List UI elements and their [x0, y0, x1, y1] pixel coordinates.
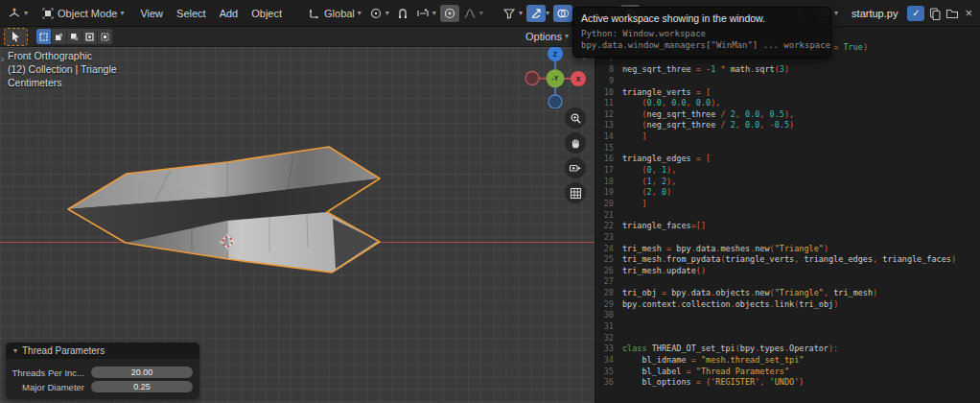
show-gizmo-toggle[interactable] — [526, 5, 546, 22]
code-line[interactable]: 19 (2, 0) — [595, 187, 980, 199]
code-text: tri_mesh.update() — [622, 266, 706, 277]
code-line[interactable]: 32 — [595, 333, 980, 344]
panel-header[interactable]: ▾ Thread Parameters — [6, 343, 199, 359]
pivot-point-select[interactable]: ▾ — [365, 5, 393, 22]
line-number: 26 — [595, 266, 614, 277]
tooltip-title: Active workspace showing in the window. — [581, 12, 823, 24]
pan-button[interactable] — [565, 132, 586, 154]
line-number: 28 — [595, 288, 614, 299]
menu-view[interactable]: View — [133, 5, 170, 22]
text-editor[interactable]: 6 bpy.data.objects.remove(obj, do_unlink… — [595, 27, 980, 403]
folder-open-button[interactable] — [945, 7, 959, 20]
gizmo-neg-x-ball[interactable] — [525, 72, 539, 85]
code-line[interactable]: 31 — [595, 321, 980, 333]
code-text: (0.0, 0.0, 0.0), — [622, 98, 720, 109]
select-mode-extend[interactable] — [52, 29, 67, 44]
check-icon: ✓ — [912, 8, 920, 18]
orientation-label: Global — [324, 8, 355, 19]
object-mode-icon — [41, 7, 55, 20]
overlays-icon — [556, 7, 570, 20]
pivot-point-icon — [369, 7, 383, 20]
code-line[interactable]: 14 ] — [595, 131, 980, 143]
toolbar-expand-icon[interactable]: › — [1, 54, 4, 64]
editor-type-button[interactable]: ▾ — [4, 5, 32, 22]
viewport-3d[interactable]: › ‹ Front Orthographic (12) Collection |… — [0, 47, 595, 403]
gizmo-neg-z-ball[interactable] — [548, 95, 562, 108]
code-line[interactable]: 20 ] — [595, 199, 980, 210]
proportional-editing-icon — [443, 7, 456, 20]
show-overlays-toggle[interactable] — [553, 5, 572, 22]
object-visibility-select[interactable]: ▾ — [499, 5, 526, 22]
code-line[interactable]: 33class THREAD_OT_set_tpi(bpy.types.Oper… — [595, 344, 980, 355]
text-name-field[interactable]: startup.py — [846, 8, 903, 19]
code-text: bl_label = "Thread Parameters" — [622, 367, 789, 378]
chevron-down-icon: ▾ — [432, 10, 436, 17]
camera-view-button[interactable] — [565, 157, 586, 178]
proportional-falloff-select[interactable]: ▾ — [459, 5, 487, 22]
select-set-icon — [39, 33, 48, 41]
code-line[interactable]: 12 (neg_sqrt_three / 2, 0.0, 0.5), — [595, 109, 980, 121]
code-line[interactable]: 11 (0.0, 0.0, 0.0), — [595, 98, 980, 109]
mode-select[interactable]: Object Mode ▾ — [37, 5, 128, 22]
code-text: triangle_edges = [ — [622, 154, 711, 165]
code-line[interactable]: 36 bl_options = {'REGISTER', 'UNDO'} — [595, 377, 980, 389]
value-slider[interactable]: 20.00 — [91, 367, 193, 378]
select-mode-intersect[interactable] — [98, 29, 113, 44]
line-number: 33 — [595, 344, 614, 355]
line-number: 18 — [595, 177, 614, 188]
code-line[interactable]: 8neg_sqrt_three = -1 * math.sqrt(3) — [595, 64, 980, 76]
line-number: 20 — [595, 199, 614, 210]
code-line[interactable]: 29bpy.context.collection.objects.link(tr… — [595, 299, 980, 311]
blender-window: ▾ Object Mode ▾ View Select Add Object G… — [0, 0, 980, 403]
copy-page-button[interactable] — [928, 7, 942, 20]
code-line[interactable]: 22triangle_faces=[] — [595, 221, 980, 232]
select-mode-set[interactable] — [36, 29, 52, 44]
active-tool-select-box[interactable] — [5, 29, 27, 45]
select-mode-subtract[interactable] — [67, 29, 82, 44]
code-line[interactable]: 21 — [595, 210, 980, 222]
code-line[interactable]: 15 — [595, 143, 980, 154]
code-line[interactable]: 30 — [595, 310, 980, 321]
code-line[interactable]: 27 — [595, 276, 980, 288]
shield-check-button[interactable]: ✓ — [907, 6, 924, 21]
perspective-toggle-button[interactable] — [565, 182, 586, 203]
zoom-button[interactable] — [565, 107, 586, 129]
code-line[interactable]: 13 (neg_sqrt_three / 2, 0.0, -0.5) — [595, 120, 980, 131]
line-number: 8 — [595, 64, 614, 76]
code-line[interactable]: 9 — [595, 76, 980, 87]
code-line[interactable]: 26tri_mesh.update() — [595, 266, 980, 277]
chevron-down-icon[interactable]: ▾ — [546, 10, 549, 17]
line-number: 27 — [595, 276, 614, 288]
select-mode-group — [36, 29, 113, 44]
code-line[interactable]: 34 bl_idname = "mesh.thread_set_tpi" — [595, 355, 980, 367]
snap-with-select[interactable]: ▾ — [412, 5, 440, 22]
line-number: 34 — [595, 355, 614, 367]
code-line[interactable]: 17 (0, 1), — [595, 165, 980, 177]
code-line[interactable]: 35 bl_label = "Thread Parameters" — [595, 367, 980, 378]
code-line[interactable]: 25tri_mesh.from_pydata(triangle_verts, t… — [595, 254, 980, 266]
transform-orientation-select[interactable]: Global ▾ — [304, 5, 365, 22]
select-mode-invert[interactable] — [82, 29, 98, 44]
falloff-curve-icon — [463, 7, 477, 20]
menu-add[interactable]: Add — [213, 5, 245, 22]
line-number: 24 — [595, 244, 614, 255]
chevron-down-icon: ▾ — [565, 33, 569, 40]
viewport-text-overlay: Front Orthographic (12) Collection | Tri… — [8, 49, 117, 89]
code-line[interactable]: 16triangle_edges = [ — [595, 154, 980, 165]
code-line[interactable]: 23 — [595, 232, 980, 244]
chevron-down-icon: ▾ — [519, 10, 523, 17]
close-icon[interactable]: × — [963, 6, 974, 20]
value-slider[interactable]: 0.25 — [91, 381, 193, 392]
menu-select[interactable]: Select — [170, 5, 213, 22]
code-line[interactable]: 18 (1, 2), — [595, 177, 980, 188]
options-dropdown[interactable]: Options ▾ — [525, 31, 569, 42]
proportional-editing-toggle[interactable] — [440, 5, 459, 22]
code-text: class THREAD_OT_set_tpi(bpy.types.Operat… — [622, 344, 838, 355]
panel-field-row: Major Diameter0.25 — [11, 381, 195, 392]
code-line[interactable]: 10triangle_verts = [ — [595, 87, 980, 99]
menu-object[interactable]: Object — [245, 5, 289, 22]
snap-toggle[interactable] — [393, 5, 412, 22]
code-line[interactable]: 28tri_obj = bpy.data.objects.new("Triang… — [595, 288, 980, 299]
code-line[interactable]: 24tri_mesh = bpy.data.meshes.new("Triang… — [595, 244, 980, 255]
chevron-down-icon: ▾ — [479, 10, 483, 17]
